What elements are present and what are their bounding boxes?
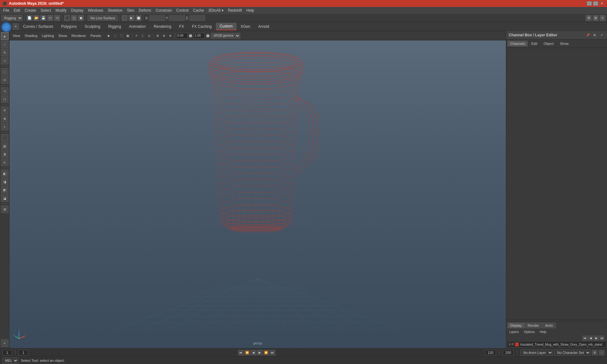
z-input[interactable] <box>189 15 205 21</box>
grid-btn[interactable]: # <box>134 33 139 39</box>
attr-editor-btn[interactable]: ≣ <box>1 150 9 158</box>
lasso-select[interactable]: ◌ <box>1 68 9 76</box>
gamma-select[interactable]: sRGB gamma <box>211 33 240 39</box>
viewport-area[interactable]: View Shading Lighting Show Renderer Pane… <box>9 31 506 348</box>
menu-skeleton[interactable]: Skeleton <box>106 8 125 13</box>
camera-settings-btn[interactable]: 🎥 <box>140 33 146 39</box>
settings-button[interactable]: ⚙ <box>586 15 592 21</box>
new-scene-button[interactable]: 📄 <box>26 15 33 21</box>
close-button[interactable]: ✕ <box>599 1 604 6</box>
go-start-button[interactable]: ⏮ <box>238 350 244 355</box>
tab-rendering[interactable]: Rendering <box>150 23 175 30</box>
select-arrow-tool[interactable]: ▲ <box>1 32 9 40</box>
menu-display[interactable]: Display <box>69 8 85 13</box>
menu-create[interactable]: Create <box>23 8 38 13</box>
snap-btn[interactable]: ⊕ <box>161 33 167 39</box>
shaded-btn[interactable]: ⬛ <box>119 33 125 39</box>
layer-tab-render[interactable]: Render <box>525 323 542 328</box>
rigging-dropdown[interactable]: Rigging <box>1 15 23 21</box>
y-input[interactable] <box>169 15 185 21</box>
layer-prev-button[interactable]: ◀ <box>588 336 593 341</box>
vp-menu-panels[interactable]: Panels <box>89 33 103 38</box>
snap-curve[interactable]: ⊕ <box>1 115 9 122</box>
tab-channels[interactable]: Channels <box>507 41 528 46</box>
curve-tool[interactable]: ∿ <box>1 87 9 95</box>
go-end-button[interactable]: ⏭ <box>270 350 275 355</box>
vp-value2-input[interactable] <box>193 33 205 39</box>
extra-button[interactable]: ≡ <box>599 15 606 21</box>
rotate-tool[interactable]: ↻ <box>1 49 9 56</box>
layer-last-button[interactable]: ⏭ <box>599 336 604 341</box>
playback-extra-button[interactable]: ↑ <box>599 350 604 355</box>
save-button[interactable]: 💾 <box>40 15 46 21</box>
x-input[interactable] <box>149 15 165 21</box>
display-layer-btn[interactable]: ⬛ <box>1 134 9 142</box>
range-end-input[interactable] <box>503 350 514 355</box>
no-live-surface-button[interactable]: No Live Surface <box>88 15 118 21</box>
vp-menu-show[interactable]: Show <box>57 33 69 38</box>
tab-fx-caching[interactable]: FX Caching <box>188 23 216 30</box>
play-back-button[interactable]: ◀ <box>251 350 256 355</box>
vp-value1-input[interactable] <box>176 33 187 39</box>
character-set-select[interactable]: No Character Set <box>554 349 591 356</box>
textured-btn[interactable]: ▦ <box>125 33 131 39</box>
vp-menu-shading[interactable]: Shading <box>23 33 39 38</box>
layout-button[interactable]: ⊞ <box>592 15 599 21</box>
tool2[interactable]: ◨ <box>1 178 9 185</box>
tab-object[interactable]: Object <box>541 41 556 46</box>
menu-cache[interactable]: Cache <box>191 8 206 13</box>
wireframe-btn[interactable]: ⬚ <box>113 33 118 39</box>
tab-animation[interactable]: Animation <box>125 23 150 30</box>
tool4[interactable]: ◪ <box>1 194 9 202</box>
select-tool[interactable]: ⬛ <box>64 15 70 21</box>
isolate-btn[interactable]: ◎ <box>146 33 152 39</box>
tool3[interactable]: ◩ <box>1 186 9 194</box>
menu-help[interactable]: Help <box>244 8 256 13</box>
maximize-button[interactable]: □ <box>593 1 598 6</box>
menu-windows[interactable]: Windows <box>86 8 105 13</box>
layer-option-help[interactable]: Help <box>538 330 548 334</box>
menu-skin[interactable]: Skin <box>125 8 136 13</box>
layer-tab-display[interactable]: Display <box>507 323 524 328</box>
menu-control[interactable]: Control <box>175 8 191 13</box>
playback-settings-button[interactable]: ⚙ <box>592 350 598 355</box>
select-mode-btn[interactable]: ▶ <box>106 33 112 39</box>
play-forward-button[interactable]: ▶ <box>257 350 263 355</box>
render-button[interactable]: ▶ <box>128 15 135 21</box>
viewport-canvas[interactable]: .wire { fill: none; stroke: #c0392b; str… <box>9 40 506 348</box>
ipr-button[interactable]: ⬤ <box>135 15 142 21</box>
tab-curves-surfaces[interactable]: Curves / Surfaces <box>19 23 57 30</box>
tab-fx[interactable]: FX <box>175 23 188 30</box>
measure-btn[interactable]: ⊗ <box>168 33 173 39</box>
start-frame-input[interactable] <box>19 350 28 355</box>
layer-next-button[interactable]: ▶ <box>594 336 599 341</box>
lasso-tool[interactable]: ◻ <box>71 15 77 21</box>
paint-tool[interactable]: ◼ <box>78 15 84 21</box>
undo-button[interactable]: ↩ <box>47 15 53 21</box>
menu-deform[interactable]: Deform <box>137 8 153 13</box>
snap-point[interactable]: • <box>1 123 9 130</box>
menu-edit[interactable]: Edit <box>12 8 22 13</box>
tab-rigging[interactable]: Rigging <box>104 23 125 30</box>
camera-button[interactable]: 🎥 <box>121 15 128 21</box>
tool1[interactable]: ◧ <box>1 170 9 177</box>
layer-tab-anim[interactable]: Anim <box>542 323 556 328</box>
outliner-btn[interactable]: ≡ <box>1 159 9 166</box>
surface-tool[interactable]: ⬡ <box>1 95 9 103</box>
bottom-sidebar-btn[interactable]: + <box>1 339 9 347</box>
layer-row[interactable]: V P Insulated_Travel_Mug_with_Straw_Grey… <box>507 342 606 347</box>
panel-pin-button[interactable]: 📌 <box>585 32 591 38</box>
tab-polygons[interactable]: Polygons <box>57 23 80 30</box>
menu-constrain[interactable]: Constrain <box>154 8 174 13</box>
minimize-button[interactable]: — <box>587 1 592 6</box>
redo-button[interactable]: ↪ <box>54 15 60 21</box>
move-tool[interactable]: ↕ <box>1 40 9 48</box>
tab-sculpting[interactable]: Sculpting <box>81 23 104 30</box>
menu-redshift[interactable]: Redshift <box>226 8 244 13</box>
vp-menu-view[interactable]: View <box>11 33 22 38</box>
snap-grid[interactable]: # <box>1 106 9 114</box>
menu-file[interactable]: File <box>1 8 11 13</box>
open-button[interactable]: 📂 <box>33 15 40 21</box>
tab-edit[interactable]: Edit <box>528 41 540 46</box>
scale-tool[interactable]: ⤢ <box>1 57 9 64</box>
